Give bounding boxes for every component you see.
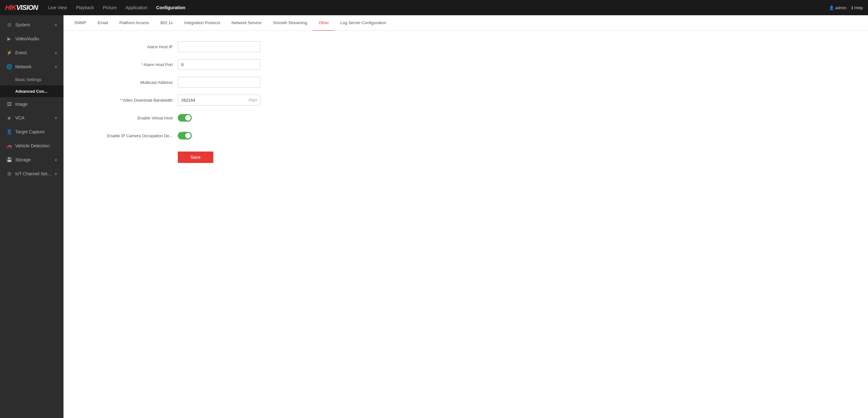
iot-icon: ⊞ — [6, 171, 12, 177]
enable-virtual-host-toggle[interactable] — [178, 114, 192, 122]
event-icon: ⚡ — [6, 50, 12, 56]
tab-log-server-config[interactable]: Log Server Configuration — [335, 15, 392, 31]
chevron-down-icon: ∨ — [55, 158, 57, 162]
sidebar-item-target-capture[interactable]: 👤 Target Capture — [0, 125, 63, 139]
tab-platform-access[interactable]: Platform Access — [114, 15, 155, 31]
save-button[interactable]: Save — [178, 151, 213, 163]
enable-ip-camera-label: Enable IP Camera Occupation De... — [76, 133, 178, 138]
alarm-host-ip-label: Alarm Host IP — [76, 44, 178, 49]
nav-playback[interactable]: Playback — [76, 5, 94, 10]
brand-logo: HIKVISION — [5, 3, 38, 12]
tab-integration-protocol[interactable]: Integration Protocol — [179, 15, 226, 31]
tab-email[interactable]: Email — [92, 15, 114, 31]
multicast-address-row: Multicast Address — [76, 77, 337, 88]
sidebar-item-image[interactable]: 🖼 Image — [0, 97, 63, 111]
sidebar: ⊟ System ∨ ▶ Video/Audio ⚡ Event ∨ 🌐 Net… — [0, 15, 63, 418]
main-layout: ⊟ System ∨ ▶ Video/Audio ⚡ Event ∨ 🌐 Net… — [0, 15, 868, 418]
sidebar-item-advanced-con[interactable]: Advanced Con... — [0, 85, 63, 97]
tab-other[interactable]: Other — [313, 15, 335, 31]
video-download-bw-wrapper: Kbps — [178, 95, 260, 106]
chevron-down-icon: ∨ — [55, 23, 57, 27]
image-icon: 🖼 — [6, 101, 12, 107]
storage-icon: 💾 — [6, 157, 12, 162]
enable-virtual-host-label: Enable Virtual Host — [76, 116, 178, 120]
system-icon: ⊟ — [6, 22, 12, 28]
help-button[interactable]: ℹ Help — [851, 5, 863, 10]
enable-ip-camera-row: Enable IP Camera Occupation De... — [76, 130, 337, 141]
nav-live-view[interactable]: Live View — [48, 5, 67, 10]
sidebar-item-video-audio[interactable]: ▶ Video/Audio — [0, 32, 63, 46]
user-icon: 👤 — [829, 5, 834, 10]
topnav: HIKVISION Live View Playback Picture App… — [0, 0, 868, 15]
sidebar-item-vca[interactable]: ◈ VCA ∨ — [0, 111, 63, 125]
toggle-track — [178, 114, 192, 122]
bandwidth-unit: Kbps — [249, 98, 257, 102]
alarm-host-port-input[interactable] — [178, 59, 260, 70]
video-download-bw-row: *Video Download Bandwidth Kbps — [76, 94, 337, 106]
tab-smooth-streaming[interactable]: Smooth Streaming — [267, 15, 313, 31]
main-content: SNMP Email Platform Access 802.1x Integr… — [63, 15, 868, 418]
user-menu[interactable]: 👤 admin — [829, 5, 846, 10]
chevron-up-icon: ∧ — [55, 65, 57, 69]
topnav-right: 👤 admin ℹ Help — [829, 5, 863, 10]
enable-virtual-host-row: Enable Virtual Host — [76, 112, 337, 124]
sidebar-item-vehicle-detection[interactable]: 🚗 Vehicle Detection — [0, 139, 63, 153]
tab-network-service[interactable]: Network Service — [226, 15, 267, 31]
sidebar-item-network[interactable]: 🌐 Network ∧ — [0, 60, 63, 74]
video-download-bw-input[interactable] — [178, 95, 260, 106]
video-download-bw-label: *Video Download Bandwidth — [76, 98, 178, 102]
topnav-links: Live View Playback Picture Application C… — [48, 5, 821, 10]
required-marker: * — [141, 62, 143, 67]
tab-bar: SNMP Email Platform Access 802.1x Integr… — [63, 15, 868, 31]
network-icon: 🌐 — [6, 64, 12, 69]
multicast-address-label: Multicast Address — [76, 80, 178, 85]
alarm-host-port-label: *Alarm Host Port — [76, 62, 178, 67]
tab-802-1x[interactable]: 802.1x — [155, 15, 179, 31]
toggle-track-2 — [178, 132, 192, 140]
chevron-down-icon: ∨ — [55, 51, 57, 55]
nav-application[interactable]: Application — [126, 5, 148, 10]
sidebar-item-iot-channel[interactable]: ⊞ IoT Channel Set... ∨ — [0, 167, 63, 181]
tab-snmp[interactable]: SNMP — [69, 15, 92, 31]
vca-icon: ◈ — [6, 115, 12, 121]
sidebar-item-basic-settings[interactable]: Basic Settings — [0, 74, 63, 85]
multicast-address-input[interactable] — [178, 77, 260, 88]
enable-ip-camera-toggle[interactable] — [178, 132, 192, 140]
chevron-down-icon: ∨ — [55, 172, 57, 176]
sidebar-item-event[interactable]: ⚡ Event ∨ — [0, 46, 63, 60]
nav-picture[interactable]: Picture — [103, 5, 117, 10]
info-icon: ℹ — [851, 5, 853, 10]
chevron-down-icon: ∨ — [55, 116, 57, 120]
video-icon: ▶ — [6, 36, 12, 41]
toggle-thumb-2 — [185, 133, 191, 139]
alarm-host-ip-input[interactable] — [178, 41, 260, 52]
form-actions: Save — [76, 148, 337, 163]
required-marker-bw: * — [120, 98, 122, 102]
nav-configuration[interactable]: Configuration — [156, 5, 185, 10]
sidebar-item-system[interactable]: ⊟ System ∨ — [0, 18, 63, 32]
sidebar-item-storage[interactable]: 💾 Storage ∨ — [0, 153, 63, 167]
form-area: Alarm Host IP *Alarm Host Port Multicast… — [63, 31, 349, 173]
vehicle-icon: 🚗 — [6, 143, 12, 149]
target-icon: 👤 — [6, 129, 12, 135]
alarm-host-port-row: *Alarm Host Port — [76, 59, 337, 70]
toggle-thumb — [185, 115, 191, 121]
alarm-host-ip-row: Alarm Host IP — [76, 41, 337, 52]
